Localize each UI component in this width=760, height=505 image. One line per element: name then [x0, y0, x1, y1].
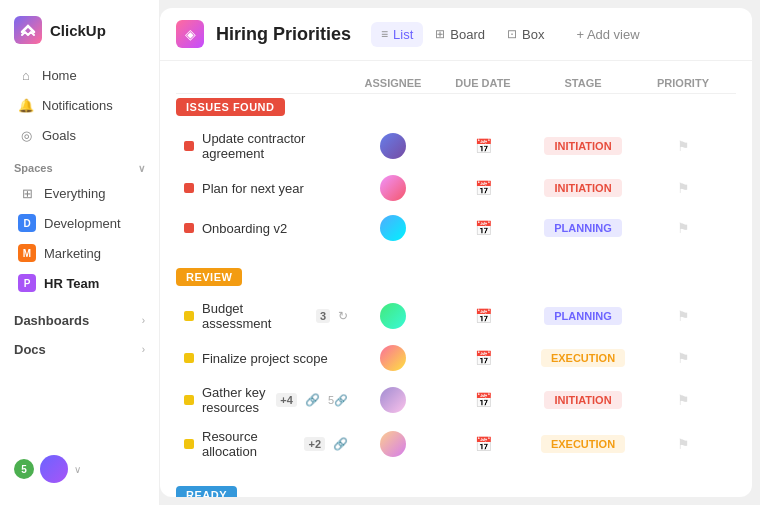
status-badge: INITIATION [544, 137, 621, 155]
avatar [380, 387, 406, 413]
sidebar-item-development-label: Development [44, 216, 121, 231]
task-dot [184, 141, 194, 151]
priority-flag-icon: ⚑ [677, 436, 690, 452]
view-box-button[interactable]: ⊡ Box [497, 22, 554, 47]
calendar-icon: 📅 [475, 392, 492, 408]
priority-flag-icon: ⚑ [677, 392, 690, 408]
col-assignee: ASSIGNEE [348, 77, 438, 89]
group-issues: ISSUES FOUND Update contractor agreement… [176, 98, 736, 248]
user-avatar[interactable] [40, 455, 68, 483]
priority-flag-icon: ⚑ [677, 308, 690, 324]
stage-cell: INITIATION [528, 137, 638, 155]
spaces-section-title: Spaces ∨ [0, 150, 159, 178]
task-name-cell: Budget assessment 3 ↻ [184, 301, 348, 331]
calendar-icon: 📅 [475, 138, 492, 154]
main-header: ◈ Hiring Priorities ≡ List ⊞ Board ⊡ Box… [160, 8, 752, 61]
group-review: REVIEW Budget assessment 3 ↻ 📅 PLANNING … [176, 268, 736, 466]
col-due-date: DUE DATE [438, 77, 528, 89]
date-cell: 📅 [438, 308, 528, 324]
issues-badge: ISSUES FOUND [176, 98, 285, 116]
list-content: ASSIGNEE DUE DATE STAGE PRIORITY ISSUES … [160, 61, 752, 497]
calendar-icon: 📅 [475, 350, 492, 366]
sidebar-item-notifications-label: Notifications [42, 98, 113, 113]
status-badge: PLANNING [544, 307, 621, 325]
task-dot [184, 353, 194, 363]
view-list-button[interactable]: ≡ List [371, 22, 423, 47]
docs-chevron: › [142, 344, 145, 355]
table-header: ASSIGNEE DUE DATE STAGE PRIORITY [176, 73, 736, 94]
sidebar-item-home[interactable]: ⌂ Home [4, 60, 155, 90]
stage-cell: INITIATION [528, 391, 638, 409]
sidebar-item-marketing[interactable]: M Marketing [4, 238, 155, 268]
priority-flag-icon: ⚑ [677, 138, 690, 154]
table-row[interactable]: Gather key resources +4 🔗 5🔗 📅 INITIATIO… [176, 378, 736, 422]
hrteam-badge: P [18, 274, 36, 292]
table-row[interactable]: Finalize project scope 📅 EXECUTION ⚑ [176, 338, 736, 378]
sidebar-item-home-label: Home [42, 68, 77, 83]
ready-badge: READY [176, 486, 237, 497]
task-dot [184, 311, 194, 321]
sidebar-item-development[interactable]: D Development [4, 208, 155, 238]
everything-icon: ⊞ [18, 184, 36, 202]
col-priority: PRIORITY [638, 77, 728, 89]
table-row[interactable]: Onboarding v2 📅 PLANNING ⚑ [176, 208, 736, 248]
calendar-icon: 📅 [475, 180, 492, 196]
table-row[interactable]: Budget assessment 3 ↻ 📅 PLANNING ⚑ [176, 294, 736, 338]
sidebar-item-hrteam[interactable]: P HR Team [4, 268, 155, 298]
task-dot [184, 223, 194, 233]
view-tabs: ≡ List ⊞ Board ⊡ Box [371, 22, 554, 47]
priority-cell: ⚑ [638, 220, 728, 236]
table-row[interactable]: Plan for next year 📅 INITIATION ⚑ [176, 168, 736, 208]
refresh-icon: ↻ [338, 309, 348, 323]
logo-area[interactable]: ClickUp [0, 12, 159, 60]
task-dot [184, 395, 194, 405]
logo-text: ClickUp [50, 22, 106, 39]
calendar-icon: 📅 [475, 308, 492, 324]
date-cell: 📅 [438, 180, 528, 196]
review-badge: REVIEW [176, 268, 242, 286]
development-badge: D [18, 214, 36, 232]
avatar [380, 215, 406, 241]
logo-icon [14, 16, 42, 44]
assignee-cell [348, 215, 438, 241]
avatar [380, 303, 406, 329]
stage-cell: PLANNING [528, 219, 638, 237]
assignee-cell [348, 431, 438, 457]
sidebar-item-notifications[interactable]: 🔔 Notifications [4, 90, 155, 120]
home-icon: ⌂ [18, 67, 34, 83]
status-badge: EXECUTION [541, 435, 625, 453]
avatar [380, 133, 406, 159]
task-name: Gather key resources [202, 385, 268, 415]
page-title: Hiring Priorities [216, 24, 351, 45]
calendar-icon: 📅 [475, 436, 492, 452]
page-icon: ◈ [176, 20, 204, 48]
status-badge: PLANNING [544, 219, 621, 237]
task-meta-count: +4 [276, 393, 297, 407]
sidebar-item-everything[interactable]: ⊞ Everything [4, 178, 155, 208]
task-meta-count: +2 [304, 437, 325, 451]
task-name-cell: Finalize project scope [184, 351, 348, 366]
add-view-button[interactable]: + Add view [566, 22, 649, 47]
table-row[interactable]: Resource allocation +2 🔗 📅 EXECUTION ⚑ [176, 422, 736, 466]
sidebar-bottom: 5 ∨ [0, 445, 159, 493]
view-board-button[interactable]: ⊞ Board [425, 22, 495, 47]
calendar-icon: 📅 [475, 220, 492, 236]
stage-cell: INITIATION [528, 179, 638, 197]
status-badge: EXECUTION [541, 349, 625, 367]
goals-icon: ◎ [18, 127, 34, 143]
avatar [380, 345, 406, 371]
attachment-icon: 🔗 [333, 437, 348, 451]
task-name: Onboarding v2 [202, 221, 287, 236]
table-row[interactable]: Update contractor agreement 📅 INITIATION… [176, 124, 736, 168]
priority-cell: ⚑ [638, 180, 728, 196]
avatar [380, 175, 406, 201]
task-dot [184, 183, 194, 193]
priority-cell: ⚑ [638, 308, 728, 324]
avatar [380, 431, 406, 457]
sidebar-item-docs[interactable]: Docs › [0, 335, 159, 364]
date-cell: 📅 [438, 138, 528, 154]
sidebar-item-goals[interactable]: ◎ Goals [4, 120, 155, 150]
dashboards-chevron: › [142, 315, 145, 326]
sidebar-item-dashboards[interactable]: Dashboards › [0, 306, 159, 335]
date-cell: 📅 [438, 350, 528, 366]
